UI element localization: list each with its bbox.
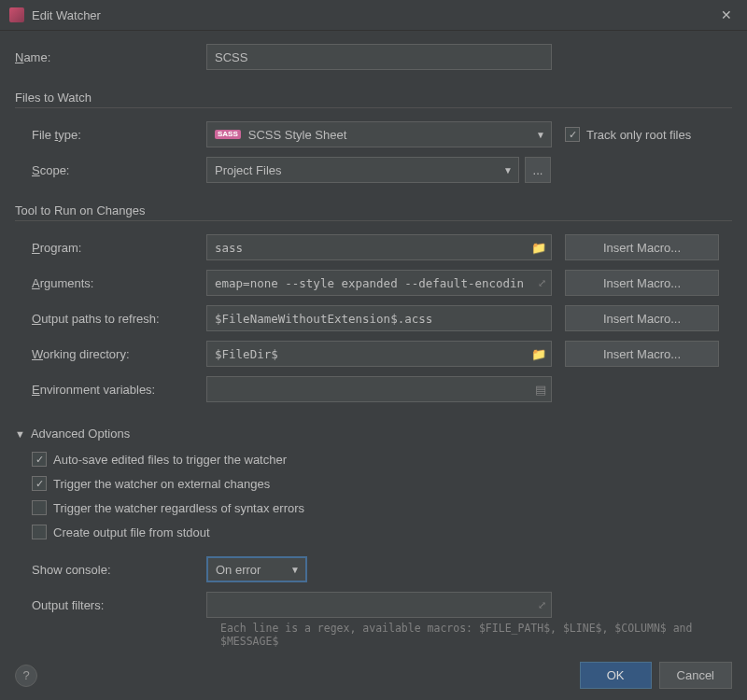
external-changes-checkbox[interactable]: Trigger the watcher on external changes	[32, 476, 270, 491]
help-button[interactable]: ?	[15, 665, 37, 687]
scope-dropdown[interactable]: Project Files ▼	[206, 157, 519, 183]
autosave-checkbox[interactable]: Auto-save edited files to trigger the wa…	[32, 452, 287, 467]
output-filters-hint: Each line is a regex, available macros: …	[220, 622, 732, 648]
app-icon	[9, 7, 24, 22]
scope-value: Project Files	[215, 163, 498, 177]
sass-badge-icon: SASS	[215, 130, 241, 139]
checkbox-icon	[32, 476, 47, 491]
track-root-checkbox[interactable]: Track only root files	[565, 127, 691, 142]
checkbox-icon	[32, 500, 47, 515]
cancel-button[interactable]: Cancel	[659, 662, 732, 689]
syntax-errors-label: Trigger the watcher regardless of syntax…	[53, 501, 304, 515]
scope-label: Scope:	[32, 163, 206, 177]
stdout-checkbox[interactable]: Create output file from stdout	[32, 525, 210, 539]
program-label: Program:	[32, 241, 206, 255]
output-filters-label: Output filters:	[32, 598, 206, 612]
autosave-label: Auto-save edited files to trigger the wa…	[53, 453, 287, 467]
output-paths-input[interactable]	[206, 305, 552, 331]
expand-icon[interactable]: ⤢	[538, 599, 546, 611]
footer: ? OK Cancel	[0, 651, 747, 700]
chevron-down-icon: ▼	[503, 165, 513, 175]
files-section-title: Files to Watch	[15, 91, 732, 108]
titlebar: Edit Watcher ✕	[0, 0, 747, 31]
insert-macro-arguments-button[interactable]: Insert Macro...	[565, 270, 719, 296]
insert-macro-program-button[interactable]: Insert Macro...	[565, 234, 719, 260]
program-input[interactable]	[206, 234, 552, 260]
advanced-options-toggle[interactable]: ▼ Advanced Options	[15, 427, 732, 441]
checkbox-icon	[565, 127, 580, 142]
insert-macro-workdir-button[interactable]: Insert Macro...	[565, 341, 719, 367]
dialog-title: Edit Watcher	[32, 8, 715, 22]
close-icon[interactable]: ✕	[715, 6, 738, 24]
name-input[interactable]	[206, 44, 552, 70]
ok-button[interactable]: OK	[580, 662, 652, 689]
advanced-options-title: Advanced Options	[31, 427, 130, 441]
output-filters-input[interactable]	[206, 592, 552, 618]
show-console-value: On error	[216, 563, 285, 577]
show-console-dropdown[interactable]: On error ▼	[206, 556, 307, 582]
env-label: Environment variables:	[32, 383, 206, 397]
chevron-down-icon: ▼	[290, 565, 300, 575]
checkbox-icon	[32, 525, 47, 539]
insert-macro-output-button[interactable]: Insert Macro...	[565, 305, 719, 331]
arguments-label: Arguments:	[32, 276, 206, 290]
tool-section-title: Tool to Run on Changes	[15, 203, 732, 221]
external-changes-label: Trigger the watcher on external changes	[53, 477, 270, 491]
working-dir-label: Working directory:	[32, 347, 206, 361]
env-input[interactable]	[206, 376, 552, 402]
chevron-down-icon: ▼	[15, 428, 25, 440]
show-console-label: Show console:	[32, 563, 206, 577]
name-label: Name:	[15, 50, 206, 64]
track-root-label: Track only root files	[586, 128, 691, 142]
file-type-value: SCSS Style Sheet	[248, 128, 530, 142]
working-dir-input[interactable]	[206, 341, 552, 367]
stdout-label: Create output file from stdout	[53, 525, 210, 539]
checkbox-icon	[32, 452, 47, 467]
chevron-down-icon: ▼	[536, 130, 545, 140]
arguments-input[interactable]	[206, 270, 552, 296]
file-type-label: File type:	[32, 128, 206, 142]
scope-browse-button[interactable]: ...	[525, 157, 551, 183]
file-type-dropdown[interactable]: SASS SCSS Style Sheet ▼	[206, 121, 552, 147]
syntax-errors-checkbox[interactable]: Trigger the watcher regardless of syntax…	[32, 500, 304, 515]
expand-icon[interactable]: ⤢	[538, 277, 546, 289]
output-paths-label: Output paths to refresh:	[32, 312, 206, 326]
